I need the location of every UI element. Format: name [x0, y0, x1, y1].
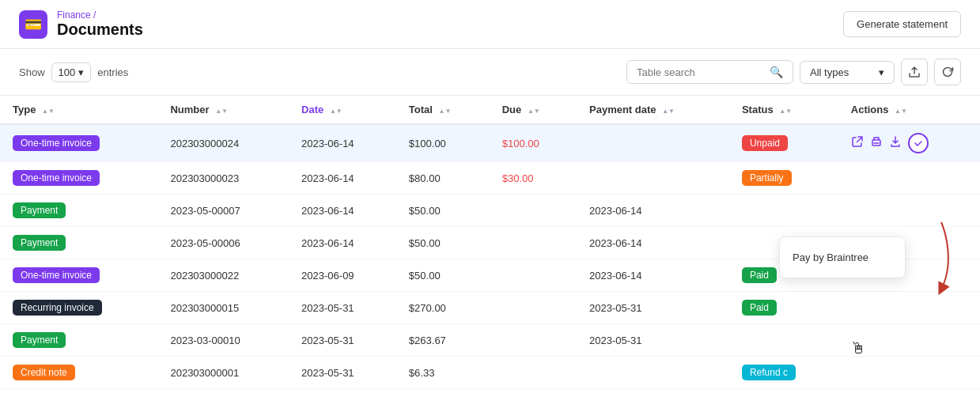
type-filter-label: All types [810, 66, 849, 78]
cell-payment-date: 2023-06-14 [577, 227, 729, 259]
cell-actions [838, 324, 980, 357]
table-container: Type ▲▼ Number ▲▼ Date ▲▼ Total ▲▼ Due ▲… [0, 96, 980, 397]
pay-braintree-item[interactable]: Pay by Braintree [780, 244, 905, 271]
col-payment-date[interactable]: Payment date ▲▼ [577, 96, 729, 124]
cell-type: Payment [0, 195, 157, 227]
cell-actions [838, 389, 980, 398]
sort-arrows-date: ▲▼ [330, 108, 342, 115]
app-icon: 💳 [19, 10, 47, 39]
table-header: Type ▲▼ Number ▲▼ Date ▲▼ Total ▲▼ Due ▲… [0, 96, 980, 124]
type-badge: Payment [13, 235, 66, 251]
table-row: Payment2023-05-000072023-06-14$50.002023… [0, 195, 980, 227]
pay-dropdown: Pay by Braintree [779, 236, 906, 278]
cell-total: $95.00 [396, 389, 490, 398]
print-icon[interactable] [870, 135, 883, 151]
cell-actions [838, 292, 980, 324]
page-header: 💳 Finance / Documents Generate statement [0, 0, 980, 49]
cell-payment-date: 2023-05-31 [577, 324, 729, 357]
header-left: 💳 Finance / Documents [19, 9, 143, 39]
cell-payment-date: 2023-06-14 [577, 195, 729, 227]
cell-number: 202303000023 [157, 162, 289, 195]
table-row: Credit note2023030000012023-05-31$6.33Re… [0, 357, 980, 389]
cell-payment-date [577, 357, 729, 389]
col-type[interactable]: Type ▲▼ [0, 96, 157, 124]
cell-actions [838, 162, 980, 195]
cell-number: 2023-05-00007 [157, 195, 289, 227]
mark-paid-button[interactable] [908, 133, 929, 153]
external-link-icon[interactable] [851, 135, 864, 151]
cell-due [490, 389, 577, 398]
app-icon-symbol: 💳 [25, 16, 42, 33]
cell-date: 2023-05-31 [289, 357, 396, 389]
download-icon[interactable] [889, 135, 902, 151]
cell-date: 2023-05-31 [289, 292, 396, 324]
cell-due [490, 324, 577, 357]
status-badge: Paid [742, 267, 777, 283]
export-icon [908, 66, 921, 78]
col-total[interactable]: Total ▲▼ [396, 96, 490, 124]
cell-status [729, 324, 838, 357]
show-label: Show [19, 66, 45, 78]
cell-total: $263.67 [396, 324, 490, 357]
type-badge: One-time invoice [13, 170, 100, 186]
cell-status: Unpaid [729, 124, 838, 162]
type-badge: Payment [13, 332, 66, 348]
sort-arrows-number: ▲▼ [215, 108, 228, 115]
cell-payment-date [577, 162, 729, 195]
status-badge: Refund c [742, 365, 796, 380]
cell-due [490, 195, 577, 227]
cell-number: 202303000014 [157, 389, 289, 398]
cell-due [490, 292, 577, 324]
refresh-icon [941, 66, 954, 78]
entries-label: entries [97, 66, 128, 78]
generate-statement-button[interactable]: Generate statement [843, 11, 961, 37]
col-due[interactable]: Due ▲▼ [490, 96, 577, 124]
col-actions[interactable]: Actions ▲▼ [838, 96, 980, 124]
chevron-down-icon: ▾ [879, 66, 884, 78]
cell-status: Partially [729, 162, 838, 195]
breadcrumb[interactable]: Finance / [57, 9, 143, 21]
cell-status: Paid [729, 389, 838, 398]
table-row: One-time invoice2023030000242023-06-14$1… [0, 124, 980, 162]
status-badge: Unpaid [742, 135, 788, 151]
cell-total: $6.33 [396, 357, 490, 389]
type-badge: One-time invoice [13, 135, 100, 151]
cell-type: One-time invoice [0, 124, 157, 162]
search-box: 🔍 [626, 60, 793, 84]
export-button[interactable] [901, 59, 928, 85]
cell-due: $100.00 [490, 124, 577, 162]
cell-actions [838, 357, 980, 389]
cell-total: $100.00 [396, 124, 490, 162]
type-badge: Recurring invoice [13, 300, 102, 316]
cell-total: $80.00 [396, 162, 490, 195]
type-filter-select[interactable]: All types ▾ [800, 61, 895, 84]
status-badge: Partially [742, 170, 792, 186]
col-status[interactable]: Status ▲▼ [729, 96, 838, 124]
cell-payment-date: 2023-05-31 [577, 389, 729, 398]
refresh-button[interactable] [934, 59, 961, 85]
page-title: Documents [57, 21, 143, 39]
chevron-down-icon: ▾ [78, 66, 84, 78]
search-input[interactable] [637, 66, 763, 78]
cell-status: Refund c [729, 357, 838, 389]
cell-actions [838, 195, 980, 227]
entries-select[interactable]: 100 ▾ [51, 62, 92, 82]
cell-type: One-time invoice [0, 162, 157, 195]
cell-due [490, 357, 577, 389]
cell-due [490, 259, 577, 292]
cell-date: 2023-05-31 [289, 389, 396, 398]
table-row: Recurring invoice2023030000152023-05-31$… [0, 292, 980, 324]
cell-type: Payment [0, 324, 157, 357]
cell-payment-date: 2023-05-31 [577, 292, 729, 324]
table-row: Payment2023-03-000102023-05-31$263.67202… [0, 324, 980, 357]
cell-status: Paid [729, 292, 838, 324]
toolbar-right: 🔍 All types ▾ [626, 59, 961, 85]
cell-payment-date [577, 124, 729, 162]
col-date[interactable]: Date ▲▼ [289, 96, 396, 124]
sort-arrows-payment-date: ▲▼ [662, 108, 675, 115]
col-number[interactable]: Number ▲▼ [157, 96, 289, 124]
cell-number: 202303000022 [157, 259, 289, 292]
cell-type: Credit note [0, 357, 157, 389]
toolbar: Show 100 ▾ entries 🔍 All types ▾ [0, 49, 980, 96]
sort-arrows-status: ▲▼ [779, 108, 792, 115]
